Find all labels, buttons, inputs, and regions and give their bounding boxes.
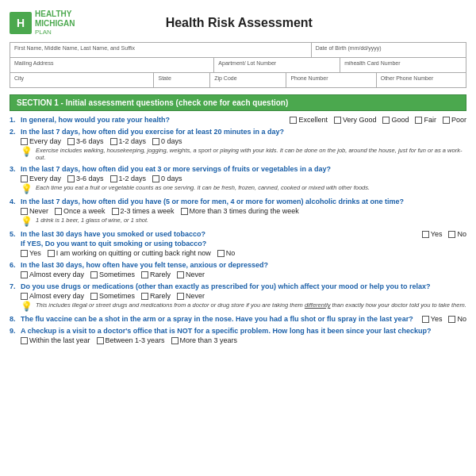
- logo-plan: PLAN: [35, 29, 75, 36]
- q1-opt-good[interactable]: Good: [382, 116, 409, 124]
- q5-opt-no[interactable]: No: [448, 230, 466, 238]
- q4-opt-once[interactable]: Once a week: [55, 207, 106, 215]
- q3-opt-0[interactable]: 0 days: [152, 175, 182, 182]
- logo: H HEALTHYMICHIGAN PLAN: [10, 10, 75, 36]
- q9-opt-1-3[interactable]: Between 1-3 years: [97, 336, 165, 344]
- apt-field[interactable]: Apartment/ Lot Number: [214, 58, 340, 72]
- logo-icon: H: [10, 12, 32, 34]
- q5-num: 5.: [10, 230, 21, 238]
- hint-icon-3: 💡: [21, 184, 33, 194]
- other-phone-field[interactable]: Other Phone Number: [377, 73, 466, 87]
- q3-opt-1-2[interactable]: 1-2 days: [110, 175, 147, 182]
- page-title: Health Risk Assessment: [75, 16, 403, 30]
- q3-text: In the last 7 days, how often did you ea…: [21, 165, 466, 173]
- q4-hint: 1 drink is 1 beer, 1 glass of wine, or 1…: [36, 217, 148, 224]
- q5-sub-working[interactable]: I am working on quitting or cutting back…: [48, 249, 211, 257]
- q1-opt-verygood[interactable]: Very Good: [334, 116, 377, 124]
- q2-opt-everyday[interactable]: Every day: [21, 137, 61, 145]
- patient-info-form: First Name, Middle Name, Last Name, and …: [10, 42, 466, 88]
- q9-opt-within1[interactable]: Within the last year: [21, 336, 90, 344]
- state-field[interactable]: State: [154, 73, 210, 87]
- dob-field[interactable]: Date of Birth (mm/dd/yyyy): [312, 43, 466, 57]
- hint-icon-4: 💡: [21, 217, 33, 226]
- q7-opt-almost[interactable]: Almost every day: [21, 292, 84, 300]
- question-3: 3. In the last 7 days, how often did you…: [10, 165, 466, 194]
- q5-sub-no[interactable]: No: [217, 249, 236, 257]
- q8-opt-no[interactable]: No: [448, 315, 466, 323]
- phone-field[interactable]: Phone Number: [286, 73, 376, 87]
- q2-opt-0[interactable]: 0 days: [152, 137, 182, 145]
- q5-sub-text: If YES, Do you want to quit smoking or u…: [21, 240, 466, 248]
- name-field[interactable]: First Name, Middle Name, Last Name, and …: [10, 43, 312, 57]
- question-1: 1. In general, how would you rate your h…: [10, 116, 466, 124]
- q7-opt-never[interactable]: Never: [177, 292, 205, 300]
- q7-opt-sometimes[interactable]: Sometimes: [90, 292, 135, 300]
- q1-text: In general, how would you rate your heal…: [21, 116, 286, 124]
- q6-text: In the last 30 days, how often have you …: [21, 261, 466, 269]
- q6-opt-rarely[interactable]: Rarely: [141, 271, 171, 278]
- q9-opt-more3[interactable]: More than 3 years: [171, 336, 238, 344]
- q3-hint: Each time you eat a fruit or vegetable c…: [36, 184, 370, 191]
- question-6: 6. In the last 30 days, how often have y…: [10, 261, 466, 278]
- q6-opt-almost[interactable]: Almost every day: [21, 271, 84, 278]
- q2-text: In the last 7 days, how often did you ex…: [21, 128, 466, 136]
- q2-num: 2.: [10, 128, 21, 136]
- q1-opt-poor[interactable]: Poor: [443, 116, 466, 124]
- q7-hint: This includes illegal or street drugs an…: [36, 301, 466, 309]
- city-field[interactable]: City: [10, 73, 154, 87]
- q8-opt-yes[interactable]: Yes: [422, 315, 443, 323]
- q4-opt-more3[interactable]: More than 3 times during the week: [181, 207, 299, 215]
- q6-opt-sometimes[interactable]: Sometimes: [90, 271, 135, 278]
- q9-text: A checkup is a visit to a doctor's offic…: [21, 327, 466, 335]
- address-field[interactable]: Mailing Address: [10, 58, 214, 72]
- q3-num: 3.: [10, 165, 21, 173]
- q4-num: 4.: [10, 198, 21, 205]
- q9-num: 9.: [10, 327, 21, 335]
- q1-opt-excellent[interactable]: Excellent: [290, 116, 328, 124]
- q5-sub-yes[interactable]: Yes: [21, 249, 41, 257]
- q5-text: In the last 30 days have you smoked or u…: [21, 230, 419, 238]
- question-4: 4. In the last 7 days, how often did you…: [10, 198, 466, 226]
- q8-num: 8.: [10, 315, 21, 323]
- q2-opt-3-6[interactable]: 3-6 days: [67, 137, 104, 145]
- q4-opt-never[interactable]: Never: [21, 207, 48, 215]
- question-9: 9. A checkup is a visit to a doctor's of…: [10, 327, 466, 344]
- question-5: 5. In the last 30 days have you smoked o…: [10, 230, 466, 257]
- mihealth-field[interactable]: mihealth Card Number: [340, 58, 466, 72]
- q6-num: 6.: [10, 261, 21, 269]
- q5-opt-yes[interactable]: Yes: [422, 230, 443, 238]
- q4-text: In the last 7 days, how often did you ha…: [21, 198, 466, 205]
- question-8: 8. The flu vaccine can be a shot in the …: [10, 315, 466, 323]
- hint-icon-7: 💡: [21, 301, 33, 311]
- q4-opt-2-3[interactable]: 2-3 times a week: [112, 207, 175, 215]
- q7-opt-rarely[interactable]: Rarely: [141, 292, 171, 300]
- hint-icon: 💡: [21, 147, 33, 156]
- q7-num: 7.: [10, 282, 21, 290]
- zip-field[interactable]: Zip Code: [210, 73, 286, 87]
- q1-num: 1.: [10, 116, 21, 124]
- q6-opt-never[interactable]: Never: [177, 271, 205, 278]
- question-7: 7. Do you use drugs or medications (othe…: [10, 282, 466, 311]
- q3-opt-3-6[interactable]: 3-6 days: [67, 175, 104, 182]
- q8-text: The flu vaccine can be a shot in the arm…: [21, 315, 419, 323]
- q2-opt-1-2[interactable]: 1-2 days: [110, 137, 147, 145]
- q7-text: Do you use drugs or medications (other t…: [21, 282, 466, 290]
- q2-hint: Exercise includes walking, housekeeping,…: [36, 147, 466, 161]
- q3-opt-everyday[interactable]: Every day: [21, 175, 61, 182]
- section1-header: SECTION 1 - Initial assessment questions…: [10, 94, 466, 111]
- logo-name: HEALTHYMICHIGAN: [35, 10, 75, 29]
- page-header: H HEALTHYMICHIGAN PLAN Health Risk Asses…: [10, 10, 466, 36]
- question-2: 2. In the last 7 days, how often did you…: [10, 128, 466, 161]
- q1-opt-fair[interactable]: Fair: [415, 116, 436, 124]
